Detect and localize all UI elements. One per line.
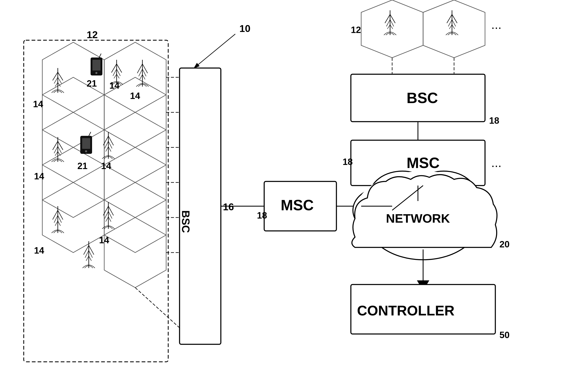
svg-line-24 — [114, 74, 117, 78]
right-tower-2 — [446, 10, 458, 35]
svg-line-2 — [53, 72, 58, 80]
svg-line-36 — [89, 132, 91, 136]
label-14-5: 14 — [101, 161, 111, 171]
ref-10-arrow-line — [194, 34, 235, 68]
svg-line-73 — [447, 14, 452, 23]
svg-line-70 — [387, 25, 390, 29]
controller-ref-50: 50 — [500, 330, 509, 340]
network-diagram-svg: 12 — [0, 0, 588, 388]
bsc-right-label: BSC — [407, 90, 438, 106]
right-tower-1 — [384, 10, 396, 35]
svg-line-57 — [108, 217, 111, 222]
svg-line-63 — [86, 256, 89, 261]
svg-line-60 — [89, 245, 94, 255]
svg-line-43 — [108, 147, 111, 151]
connect-line-7 — [135, 288, 180, 328]
svg-line-4 — [54, 77, 58, 83]
svg-line-31 — [55, 151, 58, 156]
svg-line-50 — [58, 221, 60, 226]
svg-line-66 — [385, 14, 390, 23]
network-label: NETWORK — [386, 212, 450, 225]
right-label-12: 12 — [351, 25, 361, 35]
svg-line-21 — [117, 64, 122, 73]
label-21-1: 21 — [87, 78, 97, 88]
label-16: 16 — [223, 201, 234, 212]
svg-point-17 — [95, 72, 97, 74]
tower-icon-6 — [52, 206, 64, 233]
cluster-label-12: 12 — [87, 29, 98, 40]
svg-rect-34 — [82, 138, 90, 149]
svg-line-28 — [58, 141, 63, 150]
svg-line-74 — [452, 14, 457, 23]
svg-line-13 — [140, 75, 142, 79]
mobile-icon-1 — [91, 54, 102, 75]
svg-line-9 — [137, 64, 142, 73]
tower-icon-1 — [52, 68, 64, 93]
tower-icon-8 — [82, 241, 95, 268]
label-14-1: 14 — [33, 99, 43, 109]
right-hex-cell-2 — [423, 0, 485, 58]
svg-line-20 — [111, 64, 117, 73]
svg-line-56 — [106, 217, 108, 222]
msc-left-ref: 18 — [257, 210, 267, 220]
svg-line-49 — [55, 221, 58, 226]
svg-line-14 — [142, 75, 145, 79]
label-14-6: 14 — [34, 245, 44, 255]
svg-line-71 — [390, 25, 393, 29]
label-14-3: 14 — [109, 80, 119, 91]
msc-right-ref-18: 18 — [343, 157, 353, 167]
svg-line-77 — [449, 25, 452, 29]
msc-left-label: MSC — [281, 197, 314, 213]
svg-line-64 — [89, 256, 91, 261]
bsc-left-label: BSC — [180, 210, 192, 233]
bsc-left-box — [180, 68, 221, 344]
network-ref-20: 20 — [500, 239, 509, 249]
svg-line-27 — [53, 141, 58, 150]
ref-10-label: 10 — [240, 23, 250, 34]
tower-icon-2 — [136, 60, 149, 87]
svg-line-42 — [106, 147, 108, 151]
right-hex-cell-1 — [361, 0, 423, 58]
svg-line-46 — [58, 210, 63, 219]
ellipsis-dots: ... — [491, 18, 502, 31]
controller-label: CONTROLLER — [357, 303, 454, 318]
diagram-container: 12 — [0, 0, 588, 388]
svg-line-59 — [83, 245, 89, 255]
label-14-4: 14 — [34, 171, 44, 181]
svg-line-45 — [53, 210, 58, 219]
svg-rect-16 — [92, 60, 101, 71]
mobile-icon-2 — [80, 132, 92, 154]
svg-line-78 — [452, 25, 455, 29]
msc-dots: ... — [491, 156, 502, 170]
label-21-2: 21 — [77, 161, 87, 171]
bsc-right-ref: 18 — [489, 116, 499, 125]
svg-line-25 — [117, 74, 119, 78]
svg-line-67 — [390, 14, 395, 23]
label-14-2: 14 — [130, 91, 140, 101]
svg-line-39 — [108, 136, 113, 145]
label-14-7: 14 — [99, 235, 109, 245]
svg-point-35 — [85, 150, 87, 152]
svg-line-5 — [58, 77, 61, 83]
svg-line-32 — [58, 151, 60, 156]
svg-line-10 — [142, 64, 148, 73]
svg-line-3 — [58, 72, 63, 80]
cell-cluster-border — [24, 40, 168, 362]
svg-line-53 — [108, 206, 113, 216]
msc-right-label: MSC — [407, 155, 440, 171]
